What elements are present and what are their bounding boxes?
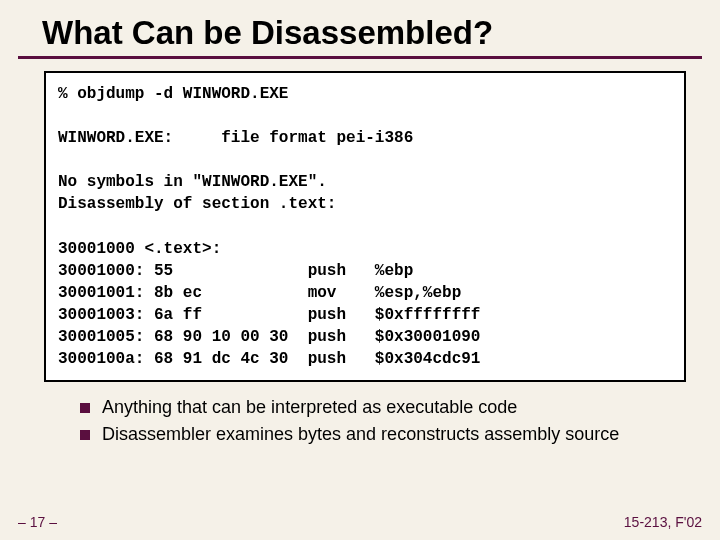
code-line: 30001003: 6a ff push $0xffffffff [58, 306, 480, 324]
bullet-text: Disassembler examines bytes and reconstr… [102, 423, 619, 446]
code-line: No symbols in "WINWORD.EXE". [58, 173, 327, 191]
square-bullet-icon [80, 403, 90, 413]
code-line: 3000100a: 68 91 dc 4c 30 push $0x304cdc9… [58, 350, 480, 368]
code-line: % objdump -d WINWORD.EXE [58, 85, 288, 103]
code-line: WINWORD.EXE: file format pei-i386 [58, 129, 413, 147]
square-bullet-icon [80, 430, 90, 440]
bullet-item: Anything that can be interpreted as exec… [80, 396, 690, 419]
page-number: – 17 – [18, 514, 57, 530]
bullet-list: Anything that can be interpreted as exec… [80, 396, 690, 447]
title-underline [18, 56, 702, 59]
slide-title: What Can be Disassembled? [0, 0, 720, 56]
footer-course: 15-213, F'02 [624, 514, 702, 530]
code-line: Disassembly of section .text: [58, 195, 336, 213]
bullet-item: Disassembler examines bytes and reconstr… [80, 423, 690, 446]
code-box: % objdump -d WINWORD.EXE WINWORD.EXE: fi… [44, 71, 686, 382]
code-line: 30001000 <.text>: [58, 240, 221, 258]
code-line: 30001005: 68 90 10 00 30 push $0x3000109… [58, 328, 480, 346]
bullet-text: Anything that can be interpreted as exec… [102, 396, 517, 419]
code-line: 30001001: 8b ec mov %esp,%ebp [58, 284, 461, 302]
code-line: 30001000: 55 push %ebp [58, 262, 413, 280]
slide: What Can be Disassembled? % objdump -d W… [0, 0, 720, 540]
